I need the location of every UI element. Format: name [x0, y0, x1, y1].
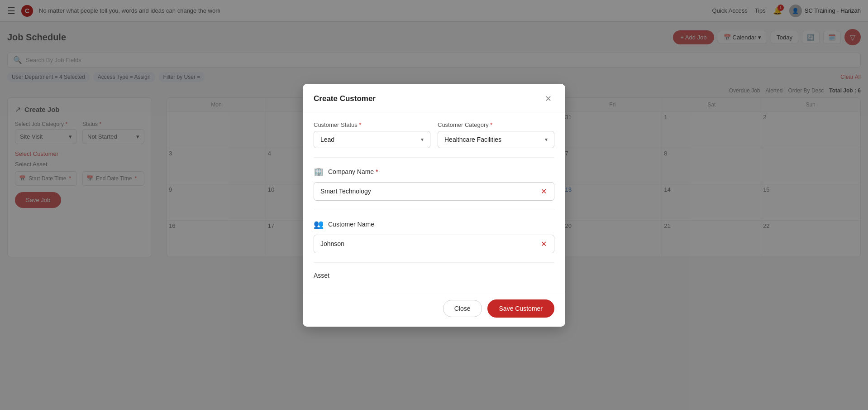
customer-category-value: Healthcare Facilities	[444, 136, 501, 143]
customer-status-label: Customer Status *	[314, 121, 430, 128]
users-icon: 👥	[314, 219, 324, 229]
divider-1	[314, 157, 554, 158]
customer-name-field: ✕	[314, 235, 554, 253]
modal-body: Customer Status * Lead ▾ Customer Catego…	[303, 112, 565, 292]
company-name-input[interactable]	[320, 188, 540, 195]
customer-category-label: Customer Category *	[438, 121, 554, 128]
company-name-clear-button[interactable]: ✕	[540, 187, 548, 196]
company-name-section-row: 🏢 Company Name *	[314, 167, 554, 177]
company-name-field: ✕	[314, 182, 554, 201]
customer-name-input[interactable]	[320, 240, 540, 247]
divider-3	[314, 262, 554, 263]
customer-name-section-row: 👥 Customer Name	[314, 219, 554, 229]
create-customer-modal: Create Customer ✕ Customer Status * Lead…	[303, 84, 565, 327]
customer-category-select[interactable]: Healthcare Facilities ▾	[438, 131, 554, 148]
customer-name-label: Customer Name	[328, 221, 374, 228]
customer-status-group: Customer Status * Lead ▾	[314, 121, 430, 148]
divider-2	[314, 210, 554, 210]
customer-name-clear-button[interactable]: ✕	[540, 240, 548, 248]
customer-category-group: Customer Category * Healthcare Facilitie…	[438, 121, 554, 148]
asset-label: Asset	[314, 272, 554, 279]
chevron-down-icon: ▾	[421, 136, 424, 143]
company-name-label: Company Name *	[328, 168, 378, 175]
building-icon: 🏢	[314, 167, 324, 177]
asset-section: Asset	[314, 272, 554, 279]
modal-title: Create Customer	[314, 94, 376, 103]
status-category-row: Customer Status * Lead ▾ Customer Catego…	[314, 121, 554, 148]
modal-header: Create Customer ✕	[303, 84, 565, 112]
close-modal-button[interactable]: Close	[443, 300, 482, 317]
save-customer-button[interactable]: Save Customer	[487, 299, 554, 318]
modal-footer: Close Save Customer	[303, 292, 565, 327]
customer-status-select[interactable]: Lead ▾	[314, 131, 430, 148]
modal-overlay: Create Customer ✕ Customer Status * Lead…	[0, 0, 868, 410]
customer-status-value: Lead	[320, 136, 334, 143]
chevron-down-icon: ▾	[545, 136, 548, 143]
modal-close-button[interactable]: ✕	[542, 93, 554, 105]
